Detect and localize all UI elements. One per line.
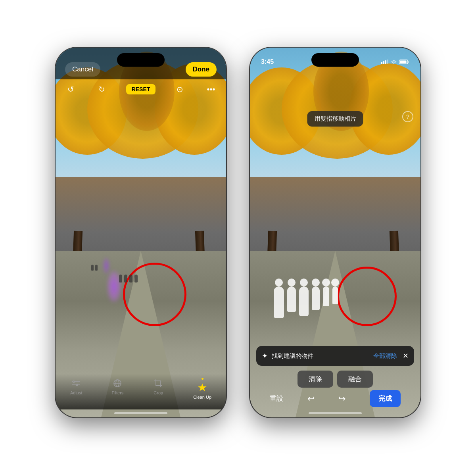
cleanup-icon <box>197 382 208 393</box>
tool-adjust[interactable]: Adjust <box>70 378 83 395</box>
active-dot <box>202 378 203 380</box>
tool-filters[interactable]: Filters <box>111 378 123 395</box>
svg-rect-14 <box>400 61 407 63</box>
clean-button[interactable]: 清除 <box>298 371 333 388</box>
markup-icon[interactable]: ⊙ <box>173 82 187 96</box>
reset-button[interactable]: RESET <box>126 84 156 94</box>
wifi-icon <box>391 60 397 64</box>
home-indicator-left <box>114 412 167 414</box>
ghost-head <box>102 257 110 275</box>
silhouette-group <box>274 286 338 318</box>
svg-rect-12 <box>387 60 388 64</box>
left-phone: Cancel Done ↺ ↻ RESET ⊙ ••• Adjust <box>56 48 226 417</box>
silhouette-1 <box>274 286 284 318</box>
undo-button-right[interactable]: ↩ <box>307 394 315 404</box>
silhouette-4 <box>312 286 320 310</box>
crop-icon <box>153 378 164 389</box>
clear-all-button[interactable]: 全部清除 <box>373 352 397 360</box>
status-time: 3:45 <box>261 58 274 65</box>
done-button[interactable]: Done <box>186 62 217 77</box>
action-buttons: 清除 融合 <box>250 371 420 388</box>
silhouette-2 <box>287 286 296 312</box>
svg-rect-10 <box>383 61 384 64</box>
silhouette-6 <box>332 286 338 304</box>
edit-toolbar-left: ↺ ↻ RESET ⊙ ••• <box>56 79 226 99</box>
help-icon[interactable]: ? <box>402 111 413 122</box>
bottom-toolbar-left: Adjust Filters <box>56 374 226 409</box>
photo-background <box>56 48 226 417</box>
filters-icon <box>112 378 123 389</box>
redo-button-right[interactable]: ↪ <box>338 394 345 404</box>
object-bar-text: 找到建議的物件 <box>272 352 373 360</box>
more-icon[interactable]: ••• <box>204 82 218 96</box>
bottom-toolbar-right: 重設 ↩ ↪ 完成 <box>250 388 420 409</box>
adjust-icon <box>71 378 82 389</box>
left-screen: Cancel Done ↺ ↻ RESET ⊙ ••• Adjust <box>56 48 226 417</box>
reset-button-right[interactable]: 重設 <box>270 394 283 403</box>
merge-button[interactable]: 融合 <box>337 371 373 388</box>
svg-rect-11 <box>385 60 386 64</box>
right-screen: 3:45 <box>250 48 420 417</box>
cleanup-label: Clean Up <box>193 395 211 400</box>
sparkle-icon: ✦ <box>262 352 268 360</box>
dynamic-island-right <box>311 53 359 67</box>
svg-point-0 <box>73 381 75 382</box>
tool-cleanup[interactable]: Clean Up <box>193 378 211 400</box>
crop-label: Crop <box>154 390 163 395</box>
status-icons <box>381 60 409 64</box>
hint-tooltip: 用雙指移動相片 <box>307 111 363 127</box>
battery-icon <box>399 60 409 64</box>
signal-icon <box>381 60 388 64</box>
silhouette-5 <box>323 286 329 306</box>
right-phone: 3:45 <box>250 48 420 417</box>
object-bar-close[interactable]: ✕ <box>403 352 409 360</box>
filters-label: Filters <box>111 390 123 395</box>
object-detection-bar: ✦ 找到建議的物件 全部清除 ✕ <box>256 346 414 366</box>
home-indicator-right <box>309 412 362 414</box>
svg-point-3 <box>76 384 78 386</box>
tool-crop[interactable]: Crop <box>153 378 164 395</box>
undo-icon[interactable]: ↺ <box>63 82 78 96</box>
silhouette-3 <box>299 286 309 316</box>
cancel-button[interactable]: Cancel <box>65 62 100 77</box>
adjust-label: Adjust <box>70 390 83 395</box>
redo-icon[interactable]: ↻ <box>95 82 109 96</box>
dynamic-island-left <box>117 53 165 67</box>
svg-rect-9 <box>381 62 382 64</box>
complete-button[interactable]: 完成 <box>370 390 401 407</box>
